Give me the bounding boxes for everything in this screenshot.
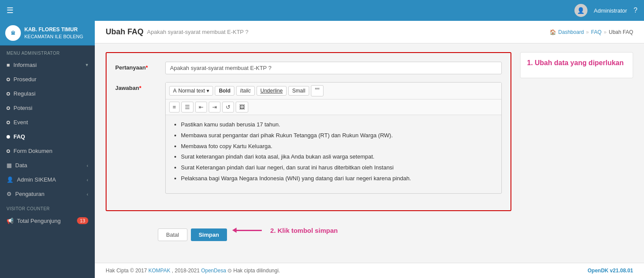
step1-annotation: 1. Ubah data yang diperlukan bbox=[527, 59, 626, 67]
admin-left: 👤 Admin SIKEMA bbox=[7, 176, 56, 183]
dot-icon bbox=[7, 121, 10, 124]
list-item: Membawa surat pengantar dari pihak Rukun… bbox=[181, 131, 495, 140]
top-navbar: ☰ 👤 Administrator ? bbox=[0, 0, 644, 21]
hamburger-icon[interactable]: ☰ bbox=[7, 6, 13, 15]
chevron-right-icon: ‹ bbox=[87, 192, 88, 197]
page-title-area: Ubah FAQ Apakah syarat-syarat membuat E-… bbox=[106, 27, 248, 36]
editor-toolbar-row1: A Normal text ▾ Bold Italic Underline Sm… bbox=[166, 83, 501, 99]
editor-content[interactable]: Pastikan kamu sudah berusia 17 tahun. Me… bbox=[166, 115, 501, 193]
sidebar-item-label: Pengaturan bbox=[15, 191, 44, 197]
navbar-right: 👤 Administrator ? bbox=[574, 4, 637, 17]
sidebar-item-admin-sikema[interactable]: 👤 Admin SIKEMA ‹ bbox=[0, 172, 95, 187]
sidebar: 🏛 KAB. FLORES TIMUR KECAMATAN ILE BOLENG… bbox=[0, 21, 95, 278]
sidebar-item-label: Prosedur bbox=[13, 76, 37, 83]
small-button[interactable]: Small bbox=[288, 86, 309, 96]
sidebar-item-label: Data bbox=[15, 162, 27, 169]
action-buttons: Batal Simpan bbox=[158, 228, 227, 241]
list-item: Membawa foto copy Kartu Keluarga. bbox=[181, 142, 495, 151]
visitor-item: 📢 Total Pengunjung 13 bbox=[0, 213, 95, 228]
step2-annotation: 2. Klik tombol simpan bbox=[270, 227, 338, 234]
list-ordered-button[interactable]: ☰ bbox=[181, 102, 194, 113]
sidebar-item-potensi[interactable]: Potensi bbox=[0, 101, 95, 115]
sidebar-item-informasi[interactable]: ■ Informasi ▾ bbox=[0, 58, 95, 72]
editor-toolbar-row2: ≡ ☰ ⇤ ⇥ ↺ 🖼 bbox=[166, 99, 501, 115]
navbar-left: ☰ bbox=[7, 6, 13, 15]
sidebar-item-data[interactable]: ▦ Data ‹ bbox=[0, 158, 95, 172]
copyright-text: Hak Cipta © 2017 bbox=[106, 268, 148, 274]
year-range: , 2018-2021 bbox=[172, 268, 201, 274]
github-icon: ⊙ bbox=[227, 268, 232, 274]
sidebar-item-label: Admin SIKEMA bbox=[17, 176, 56, 183]
sidebar-item-pengaturan[interactable]: ⚙ Pengaturan ‹ bbox=[0, 187, 95, 201]
breadcrumb: 🏠 Dashboard » FAQ » Ubah FAQ bbox=[550, 29, 633, 35]
quote-button[interactable]: ““ bbox=[311, 85, 324, 96]
footer-left: Hak Cipta © 2017 KOMPAK , 2018-2021 Open… bbox=[106, 268, 280, 274]
footer-version: OpenDK v21.08.01 bbox=[587, 268, 633, 274]
sidebar-item-label: FAQ bbox=[13, 133, 25, 140]
page-title: Ubah FAQ bbox=[106, 27, 143, 36]
list-unordered-button[interactable]: ≡ bbox=[169, 102, 180, 113]
pertanyaan-label: Pertanyaan* bbox=[115, 62, 159, 71]
cancel-button[interactable]: Batal bbox=[158, 228, 187, 241]
protected-text: Hak cipta dilindungi. bbox=[234, 268, 280, 274]
sidebar-item-event[interactable]: Event bbox=[0, 115, 95, 129]
logo-icon: 🏛 bbox=[5, 25, 21, 41]
data-icon: ▦ bbox=[7, 162, 12, 169]
menu-admin-label: MENU ADMINISTRATOR bbox=[0, 46, 95, 58]
sidebar-item-label: Regulasi bbox=[13, 90, 36, 97]
admin-name: Administrator bbox=[594, 7, 627, 14]
page-header: Ubah FAQ Apakah syarat-syarat membuat E-… bbox=[95, 21, 644, 43]
separator2: » bbox=[604, 29, 607, 35]
form-section: Pertanyaan* Jawaban* bbox=[106, 52, 511, 254]
main-content: Ubah FAQ Apakah syarat-syarat membuat E-… bbox=[95, 21, 644, 278]
pertanyaan-input[interactable] bbox=[165, 62, 502, 74]
sidebar-item-label: Potensi bbox=[13, 105, 32, 111]
home-icon: 🏠 bbox=[550, 29, 556, 35]
breadcrumb-faq[interactable]: FAQ bbox=[591, 29, 601, 35]
opendesa-link[interactable]: OpenDesa bbox=[201, 268, 226, 274]
bold-button[interactable]: Bold bbox=[215, 86, 234, 96]
informasi-left: ■ Informasi bbox=[7, 62, 37, 68]
undo-button[interactable]: ↺ bbox=[222, 102, 234, 113]
pertanyaan-input-area bbox=[165, 62, 502, 74]
jawaban-row: Jawaban* A Normal text ▾ bbox=[115, 82, 502, 194]
arrow-line bbox=[236, 230, 262, 231]
sidebar-item-faq[interactable]: FAQ bbox=[0, 129, 95, 144]
dot-icon bbox=[7, 135, 10, 139]
chevron-down-icon: ▾ bbox=[207, 88, 209, 94]
save-button[interactable]: Simpan bbox=[191, 228, 227, 241]
font-icon: A bbox=[173, 88, 177, 94]
underline-button[interactable]: Underline bbox=[257, 86, 287, 96]
dot-icon bbox=[7, 106, 10, 110]
indent-right-button[interactable]: ⇥ bbox=[209, 102, 220, 113]
help-icon[interactable]: ? bbox=[634, 7, 637, 14]
sidebar-item-form-dokumen[interactable]: Form Dokumen bbox=[0, 144, 95, 158]
list-item: Surat Keterangan pindah dari luar negeri… bbox=[181, 163, 495, 172]
kompak-link[interactable]: KOMPAK bbox=[148, 268, 170, 274]
dot-icon bbox=[7, 149, 10, 153]
normal-text-dropdown[interactable]: A Normal text ▾ bbox=[169, 86, 213, 96]
logo-text: KAB. FLORES TIMUR KECAMATAN ILE BOLENG bbox=[24, 26, 83, 40]
sidebar-item-prosedur[interactable]: Prosedur bbox=[0, 72, 95, 86]
page-subtitle: Apakah syarat-syarat membuat E-KTP ? bbox=[147, 29, 248, 35]
list-item: Pastikan kamu sudah berusia 17 tahun. bbox=[181, 120, 495, 129]
separator: » bbox=[586, 29, 589, 35]
breadcrumb-home[interactable]: Dashboard bbox=[558, 29, 584, 35]
content-area: Pertanyaan* Jawaban* bbox=[95, 43, 644, 263]
indent-left-button[interactable]: ⇤ bbox=[195, 102, 207, 113]
sidebar-item-label: Form Dokumen bbox=[13, 148, 53, 154]
sidebar-item-regulasi[interactable]: Regulasi bbox=[0, 86, 95, 101]
normal-text-label: Normal text bbox=[178, 88, 205, 94]
data-left: ▦ Data bbox=[7, 162, 27, 169]
breadcrumb-current: Ubah FAQ bbox=[609, 29, 633, 35]
italic-button[interactable]: Italic bbox=[236, 86, 255, 96]
megaphone-icon: 📢 bbox=[7, 218, 13, 224]
image-button[interactable]: 🖼 bbox=[236, 102, 248, 113]
list-item: Surat keterangan pindah dari kota asal, … bbox=[181, 152, 495, 162]
annotation-box: 1. Ubah data yang diperlukan bbox=[520, 52, 633, 78]
avatar: 👤 bbox=[574, 4, 587, 17]
jawaban-editor-area: A Normal text ▾ Bold Italic Underline Sm… bbox=[165, 82, 502, 194]
footer: Hak Cipta © 2017 KOMPAK , 2018-2021 Open… bbox=[95, 263, 644, 278]
informasi-icon: ■ bbox=[7, 62, 10, 68]
visitor-badge: 13 bbox=[77, 217, 88, 224]
